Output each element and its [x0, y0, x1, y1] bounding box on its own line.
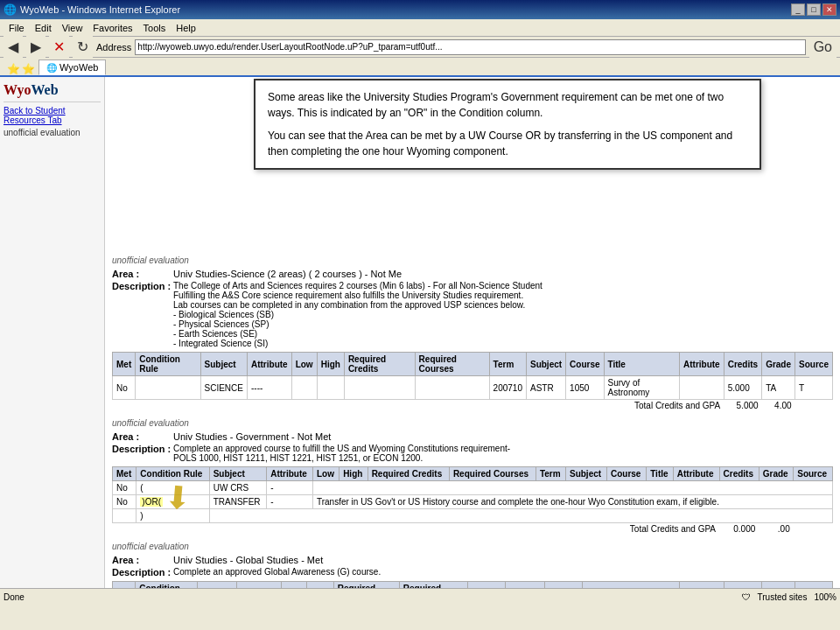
sidebar: WyoWeb Back to Student Resources Tab uno… [0, 77, 105, 588]
col-high: High [317, 353, 344, 376]
table-government: Met Condition Rule Subject Attribute Low… [112, 466, 833, 535]
go-button[interactable]: Go [809, 37, 836, 58]
total-row-gov: Total Credits and GPA 0.000 .00 [113, 523, 833, 536]
area-label-1: Area : [112, 269, 173, 279]
arrow-indicator: ⬇ [163, 479, 192, 517]
col-credits-gs: Credits [724, 582, 761, 589]
tooltip-paragraph-2: You can see that the Area can be met by … [268, 128, 747, 159]
minimize-button[interactable]: _ [791, 4, 805, 16]
stop-button[interactable]: ✕ [49, 36, 69, 58]
menu-edit[interactable]: Edit [30, 21, 57, 35]
menu-file[interactable]: File [4, 21, 30, 35]
col-title-gs: Title [583, 582, 680, 589]
col-req-credits: Required Credits [344, 353, 415, 376]
area-value-2: Univ Studies - Government - Not Met [173, 431, 833, 442]
desc-label-1: Description : [112, 281, 173, 348]
area-value-1: Univ Studies-Science (2 areas) ( 2 cours… [173, 269, 833, 279]
table-row-gov-2: No )OR( TRANSFER - Transfer in US Gov't … [113, 495, 833, 509]
menu-help[interactable]: Help [171, 21, 201, 35]
tab-wyoweb[interactable]: 🌐 WyoWeb [38, 60, 106, 75]
col-subj-gs: Subject [505, 582, 544, 589]
col-req-credits-g: Required Credits [368, 467, 449, 481]
area-row-1: Area : Univ Studies-Science (2 areas) ( … [112, 269, 833, 279]
col-source-g: Source [794, 467, 833, 481]
window-title: WyoWeb - Windows Internet Explorer [17, 4, 791, 15]
unofficial-eval-1: unofficial evaluation [112, 256, 833, 265]
col-high-g: High [340, 467, 368, 481]
menu-tools[interactable]: Tools [138, 21, 172, 35]
col-attr-gs: Attribute [236, 582, 281, 589]
col-condition-gs: Condition Rule [136, 582, 198, 589]
menu-favorites[interactable]: Favorites [88, 21, 137, 35]
address-input[interactable] [135, 39, 805, 55]
col-grade: Grade [762, 353, 795, 376]
col-req-courses: Required Courses [415, 353, 489, 376]
area-label-3: Area : [112, 555, 173, 565]
col-met-g: Met [113, 467, 136, 481]
unofficial-eval-2: unofficial evaluation [112, 418, 833, 428]
desc-value-2: Complete an approved course to fulfill t… [173, 444, 833, 463]
section-government: unofficial evaluation Area : Univ Studie… [112, 418, 833, 535]
col-attr: Attribute [247, 353, 291, 376]
condition-highlight: )OR( [140, 497, 163, 507]
close-button[interactable]: ✕ [822, 4, 836, 16]
col-term: Term [489, 353, 526, 376]
col-subj: Subject [526, 353, 565, 376]
back-button[interactable]: ◀ [4, 36, 23, 58]
address-label: Address [96, 42, 131, 52]
col-met-gs: Met [113, 582, 136, 589]
col-condition: Condition Rule [136, 353, 200, 376]
section-science: unofficial evaluation Area : Univ Studie… [112, 256, 833, 411]
col-met: Met [113, 353, 136, 376]
desc-label-3: Description : [112, 567, 173, 578]
table-global: Met Condition Rule Subject Attribute Low… [112, 581, 833, 588]
col-term-g: Term [536, 467, 565, 481]
address-bar: ◀ ▶ ✕ ↻ Address Go [0, 37, 840, 58]
trusted-sites-label: Trusted sites [758, 592, 808, 602]
col-credits-g: Credits [719, 467, 759, 481]
forward-button[interactable]: ▶ [26, 36, 46, 58]
col-source: Source [795, 353, 833, 376]
desc-value-1: The College of Arts and Sciences require… [173, 281, 833, 348]
status-bar: Done 🛡 Trusted sites 100% [0, 588, 840, 606]
col-course-gs: Course [544, 582, 582, 589]
col-title-g: Title [647, 467, 674, 481]
area-row-3: Area : Univ Studies - Global Studies - M… [112, 555, 833, 565]
col-subject-gs: Subject [197, 582, 236, 589]
tooltip-paragraph-1: Some areas like the University Studies P… [268, 89, 747, 121]
trusted-sites-icon: 🛡 [742, 592, 751, 602]
col-low-g: Low [312, 467, 339, 481]
desc-label-2: Description : [112, 444, 173, 463]
desc-row-3: Description : Complete an approved Globa… [112, 567, 833, 578]
unofficial-eval-3: unofficial evaluation [112, 542, 833, 551]
status-text: Done [4, 592, 742, 602]
col-subject: Subject [200, 353, 247, 376]
col-high-gs: High [306, 582, 333, 589]
col-req-credits-gs: Required Credits [333, 582, 399, 589]
menu-view[interactable]: View [57, 21, 88, 35]
zoom-level: 100% [814, 592, 836, 602]
table-science: Met Condition Rule Subject Attribute Low… [112, 352, 833, 411]
maximize-button[interactable]: □ [807, 4, 821, 16]
back-to-resources-link[interactable]: Back to Student Resources Tab [4, 106, 101, 125]
tooltip-box: Some areas like the University Studies P… [254, 79, 761, 170]
area-label-2: Area : [112, 431, 173, 442]
window-controls[interactable]: _ □ ✕ [791, 4, 836, 16]
col-attr-g: Attribute [267, 467, 313, 481]
col-course-g: Course [606, 467, 646, 481]
page-content[interactable]: Some areas like the University Studies P… [105, 77, 840, 588]
section-global: unofficial evaluation Area : Univ Studie… [112, 542, 833, 588]
desc-row-1: Description : The College of Arts and Sc… [112, 281, 833, 348]
col-low: Low [291, 353, 317, 376]
area-value-3: Univ Studies - Global Studies - Met [173, 555, 833, 565]
col-attribute-g: Attribute [673, 467, 719, 481]
table-row-gov-3: ) [113, 509, 833, 523]
browser-content: WyoWeb Back to Student Resources Tab uno… [0, 77, 840, 588]
refresh-button[interactable]: ↻ [73, 36, 93, 58]
col-source-gs: Source [795, 582, 833, 589]
col-subj-g: Subject [565, 467, 606, 481]
tab-bar: ⭐ ⭐ 🌐 WyoWeb [0, 58, 840, 77]
wyo-logo: WyoWeb [4, 80, 101, 102]
col-low-gs: Low [281, 582, 306, 589]
table-row-gov-1: No ( UW CRS - [113, 481, 833, 495]
